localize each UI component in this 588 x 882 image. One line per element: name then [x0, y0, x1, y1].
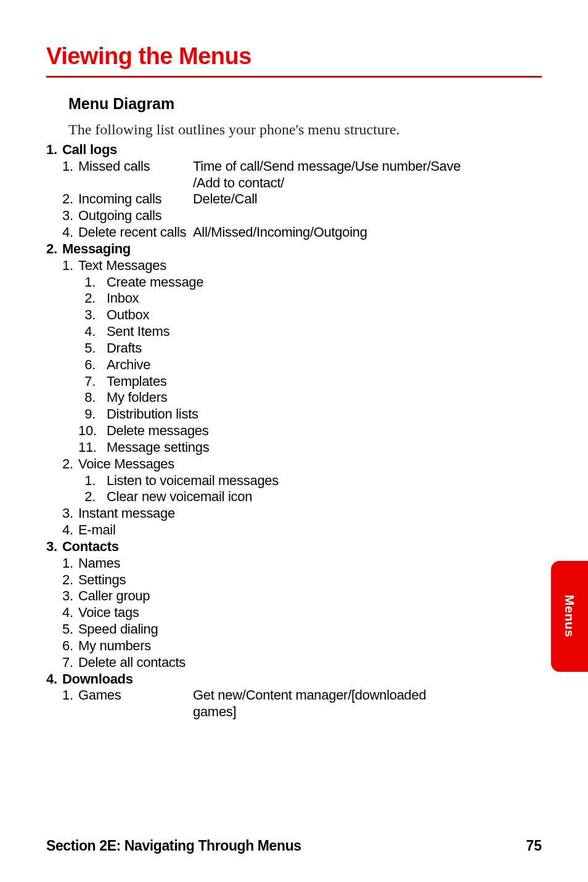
- item-label: Settings: [78, 572, 193, 589]
- messaging-instant-message: 3. Instant message: [62, 505, 542, 522]
- item-num: 3.: [62, 505, 78, 522]
- item-label: Voice Messages: [78, 456, 193, 473]
- downloads-games-cont: games]: [62, 704, 542, 721]
- downloads-games: 1. Games Get new/Content manager/[downlo…: [62, 687, 542, 704]
- subitem-num: 5.: [78, 340, 107, 357]
- contacts-delete-all: 7.Delete all contacts: [62, 655, 542, 671]
- item-num: 7.: [62, 655, 78, 671]
- text-outbox: 3.Outbox: [78, 307, 542, 324]
- contacts-my-numbers: 6.My numbers: [62, 638, 542, 655]
- menu-num: 3.: [46, 539, 62, 555]
- content-area: Menu Diagram The following list outlines…: [46, 95, 542, 721]
- footer-section-title: Section 2E: Navigating Through Menus: [46, 838, 301, 854]
- intro-text: The following list outlines your phone's…: [68, 121, 542, 138]
- menu-call-logs: 1. Call logs: [46, 142, 542, 158]
- item-num: 2.: [62, 572, 78, 589]
- item-label: Caller group: [78, 588, 193, 605]
- item-label: Text Messages: [78, 258, 193, 274]
- menu-label: Call logs: [62, 142, 117, 158]
- item-detail: games]: [193, 704, 542, 721]
- menu-messaging: 2. Messaging: [46, 241, 542, 258]
- menu-num: 4.: [46, 671, 62, 688]
- subitem-num: 3.: [78, 307, 107, 324]
- item-detail: Get new/Content manager/[downloaded: [193, 687, 542, 704]
- subitem-num: 7.: [78, 374, 107, 390]
- item-num: 6.: [62, 638, 78, 655]
- subitem-label: Drafts: [107, 340, 142, 357]
- footer-page-number: 75: [526, 838, 542, 854]
- subitem-label: Clear new voicemail icon: [107, 489, 252, 505]
- item-num: 4.: [62, 605, 78, 621]
- menu-outline: 1. Call logs 1. Missed calls Time of cal…: [46, 142, 542, 721]
- text-inbox: 2.Inbox: [78, 290, 542, 307]
- text-create-message: 1.Create message: [78, 274, 542, 291]
- side-tab-label: Menus: [562, 595, 577, 637]
- subitem-label: Distribution lists: [107, 406, 198, 423]
- heading-rule: [46, 76, 542, 78]
- item-label-blank: [78, 704, 193, 721]
- item-label: My numbers: [78, 638, 193, 655]
- menu-num: 1.: [46, 142, 62, 158]
- call-logs-incoming: 2. Incoming calls Delete/Call: [62, 191, 542, 208]
- subitem-num: 10.: [78, 423, 107, 439]
- contacts-speed-dialing: 5.Speed dialing: [62, 621, 542, 638]
- subitem-label: Delete messages: [107, 423, 208, 439]
- text-archive: 6.Archive: [78, 357, 542, 374]
- item-label: Games: [78, 687, 193, 704]
- item-label: Missed calls: [78, 158, 193, 175]
- contacts-voice-tags: 4.Voice tags: [62, 605, 542, 621]
- item-num: 3.: [62, 588, 78, 605]
- item-label: Incoming calls: [78, 191, 193, 208]
- subitem-num: 4.: [78, 324, 107, 340]
- item-detail: Time of call/Send message/Use number/Sav…: [193, 158, 542, 175]
- text-my-folders: 8.My folders: [78, 390, 542, 406]
- voice-listen: 1.Listen to voicemail messages: [78, 473, 542, 489]
- subitem-num: 2.: [78, 290, 107, 307]
- call-logs-delete-recent: 4. Delete recent calls All/Missed/Incomi…: [62, 224, 542, 241]
- subitem-label: Inbox: [107, 290, 139, 307]
- item-num: 2.: [62, 191, 78, 208]
- subitem-num: 9.: [78, 406, 107, 423]
- subitem-label: Create message: [107, 274, 203, 291]
- menu-label: Messaging: [62, 241, 131, 258]
- side-tab-menus: Menus: [551, 561, 588, 672]
- contacts-names: 1.Names: [62, 555, 542, 572]
- text-templates: 7.Templates: [78, 374, 542, 390]
- subitem-label: Templates: [107, 374, 167, 390]
- voice-clear-icon: 2.Clear new voicemail icon: [78, 489, 542, 505]
- menu-contacts: 3. Contacts: [46, 539, 542, 555]
- subitem-num: 8.: [78, 390, 107, 406]
- text-message-settings: 11.Message settings: [78, 439, 542, 456]
- subitem-num: 11.: [78, 439, 107, 456]
- subitem-label: Outbox: [107, 307, 149, 324]
- subitem-label: Archive: [107, 357, 150, 374]
- item-num-blank: [62, 175, 78, 192]
- item-label: E-mail: [78, 522, 193, 539]
- item-num: 1.: [62, 158, 78, 175]
- messaging-text-messages: 1. Text Messages: [62, 258, 542, 274]
- item-label-blank: [78, 175, 193, 192]
- item-label: Instant message: [78, 505, 193, 522]
- item-label: Delete recent calls: [78, 224, 193, 241]
- subitem-num: 1.: [78, 274, 107, 291]
- item-num: 2.: [62, 456, 78, 473]
- item-num: 4.: [62, 522, 78, 539]
- subitem-num: 6.: [78, 357, 107, 374]
- item-label: Delete all contacts: [78, 655, 193, 671]
- subitem-num: 2.: [78, 489, 107, 505]
- menu-label: Contacts: [62, 539, 119, 555]
- text-delete-messages: 10.Delete messages: [78, 423, 542, 439]
- text-distribution-lists: 9.Distribution lists: [78, 406, 542, 423]
- item-detail: /Add to contact/: [193, 175, 542, 192]
- section-heading: Menu Diagram: [68, 95, 542, 113]
- messaging-voice-messages: 2. Voice Messages: [62, 456, 542, 473]
- menu-label: Downloads: [62, 671, 133, 688]
- text-sent-items: 4.Sent Items: [78, 324, 542, 340]
- call-logs-missed-cont: /Add to contact/: [62, 175, 542, 192]
- subitem-label: My folders: [107, 390, 167, 406]
- menu-num: 2.: [46, 241, 62, 258]
- item-detail: Delete/Call: [193, 191, 542, 208]
- item-num: 1.: [62, 555, 78, 572]
- page-footer: Section 2E: Navigating Through Menus 75: [46, 838, 542, 854]
- call-logs-missed: 1. Missed calls Time of call/Send messag…: [62, 158, 542, 175]
